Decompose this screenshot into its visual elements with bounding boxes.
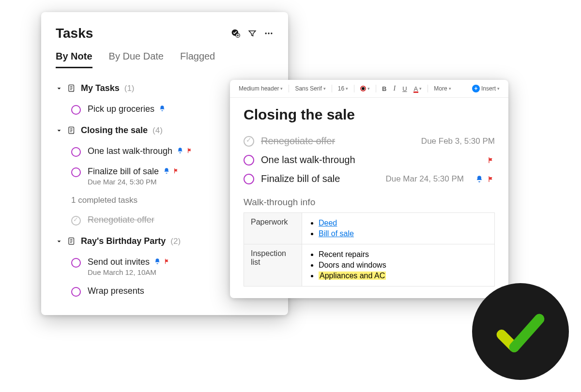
task-text: Renegotiate offer <box>261 136 414 147</box>
editor-task-row[interactable]: Finalize bill of sale Due Mar 24, 5:30 P… <box>244 169 495 188</box>
task-checkbox[interactable] <box>71 147 81 157</box>
task-text: One last walk-through <box>261 154 475 166</box>
flag-icon <box>173 167 180 174</box>
editor-task-row[interactable]: One last walk-through <box>244 151 495 169</box>
toolbar-font-size[interactable]: 16▾ <box>336 84 350 93</box>
task-checkbox[interactable] <box>244 174 254 184</box>
table-row: Paperwork Deed Bill of sale <box>244 213 495 244</box>
svg-point-3 <box>268 32 269 34</box>
walkthrough-table: Paperwork Deed Bill of sale Inspection l… <box>244 212 495 286</box>
task-text: Send out invites <box>88 257 150 267</box>
note-icon <box>67 237 76 246</box>
table-cell-content[interactable]: Deed Bill of sale <box>302 213 495 244</box>
checkmark-badge <box>472 283 569 380</box>
bell-icon <box>159 105 166 112</box>
task-due: Due Mar 24, 5:30 PM <box>88 178 180 186</box>
task-due: Due Feb 3, 5:30 PM <box>421 136 495 146</box>
flag-icon <box>164 258 170 265</box>
list-item-text-highlighted: Appliances and AC <box>319 271 386 280</box>
tasks-title: Tasks <box>56 26 93 41</box>
tab-by-due-date[interactable]: By Due Date <box>109 51 164 68</box>
toolbar-separator <box>428 85 428 92</box>
toolbar-more[interactable]: More▾ <box>432 84 453 93</box>
note-icon <box>67 126 76 136</box>
task-due: Due March 12, 10AM <box>88 268 170 276</box>
toolbar-highlight[interactable]: A▾ <box>412 84 424 93</box>
task-checkbox[interactable] <box>71 287 81 297</box>
task-text: Renegotiate offer <box>88 215 154 225</box>
toolbar-text-color[interactable]: ▾ <box>358 85 372 92</box>
task-text: Finalize bill of sale <box>261 173 379 184</box>
group-count: (4) <box>153 126 163 136</box>
task-checkbox-done[interactable] <box>71 216 81 226</box>
add-task-icon[interactable] <box>231 29 241 38</box>
toolbar-font-family[interactable]: Sans Serif▾ <box>293 84 327 93</box>
table-cell-content[interactable]: Recent repairs Doors and windows Applian… <box>302 244 495 286</box>
table-row: Inspection list Recent repairs Doors and… <box>244 244 495 286</box>
group-title: My Tasks <box>81 83 120 93</box>
editor-body: Closing the sale Renegotiate offer Due F… <box>230 98 508 298</box>
flag-icon <box>186 147 193 154</box>
toolbar-separator <box>289 85 289 92</box>
toolbar-italic[interactable]: I <box>392 84 398 93</box>
chevron-down-icon <box>56 127 62 134</box>
checkmark-icon <box>489 300 552 363</box>
more-icon[interactable] <box>264 29 274 38</box>
bell-icon <box>154 258 161 265</box>
tasks-header-actions <box>231 29 274 38</box>
tasks-tabs: By Note By Due Date Flagged <box>41 51 288 69</box>
task-text: Wrap presents <box>88 286 144 296</box>
toolbar-underline[interactable]: U <box>400 84 409 93</box>
filter-icon[interactable] <box>247 29 257 38</box>
task-text: Pick up groceries <box>88 104 154 114</box>
task-checkbox[interactable] <box>71 105 81 115</box>
bell-icon <box>163 167 170 174</box>
table-cell-label: Paperwork <box>244 213 302 244</box>
chevron-down-icon <box>56 238 62 245</box>
toolbar-separator <box>354 85 354 92</box>
toolbar-bold[interactable]: B <box>380 84 388 93</box>
group-count: (1) <box>124 84 135 93</box>
task-checkbox[interactable] <box>71 258 81 268</box>
editor-subheading[interactable]: Walk-through info <box>244 197 495 208</box>
toolbar-insert[interactable]: +Insert▾ <box>470 84 502 93</box>
toolbar-separator <box>376 85 376 92</box>
task-checkbox-done[interactable] <box>244 136 254 147</box>
task-checkbox[interactable] <box>244 155 254 166</box>
note-editor-panel: Medium header▾ Sans Serif▾ 16▾ ▾ B I U A… <box>230 80 508 298</box>
list-item-text: Doors and windows <box>319 261 386 269</box>
editor-toolbar: Medium header▾ Sans Serif▾ 16▾ ▾ B I U A… <box>230 80 508 98</box>
table-cell-label: Inspection list <box>244 244 302 286</box>
group-title: Ray's Birthday Party <box>81 236 166 246</box>
group-count: (2) <box>170 237 181 246</box>
task-checkbox[interactable] <box>71 167 81 177</box>
task-due: Due Mar 24, 5:30 PM <box>385 174 464 184</box>
group-title: Closing the sale <box>81 125 148 136</box>
tab-by-note[interactable]: By Note <box>56 51 92 68</box>
svg-point-2 <box>265 32 267 34</box>
tasks-header: Tasks <box>41 26 288 51</box>
task-text: Finalize bill of sale <box>88 166 159 176</box>
bell-icon <box>475 175 483 183</box>
flag-icon <box>487 175 495 183</box>
flag-icon <box>487 156 495 164</box>
toolbar-separator <box>332 85 332 92</box>
toolbar-paragraph-style[interactable]: Medium header▾ <box>237 84 285 93</box>
note-title[interactable]: Closing the sale <box>244 106 495 123</box>
editor-task-row[interactable]: Renegotiate offer Due Feb 3, 5:30 PM <box>244 132 495 151</box>
bell-icon <box>177 147 183 154</box>
svg-point-4 <box>271 32 272 34</box>
tab-flagged[interactable]: Flagged <box>180 51 215 68</box>
task-text: One last walk-through <box>88 146 172 156</box>
link-deed[interactable]: Deed <box>319 219 337 227</box>
list-item-text: Recent repairs <box>319 250 369 258</box>
chevron-down-icon <box>56 85 62 92</box>
note-icon <box>67 84 76 93</box>
link-bill-of-sale[interactable]: Bill of sale <box>319 229 354 238</box>
